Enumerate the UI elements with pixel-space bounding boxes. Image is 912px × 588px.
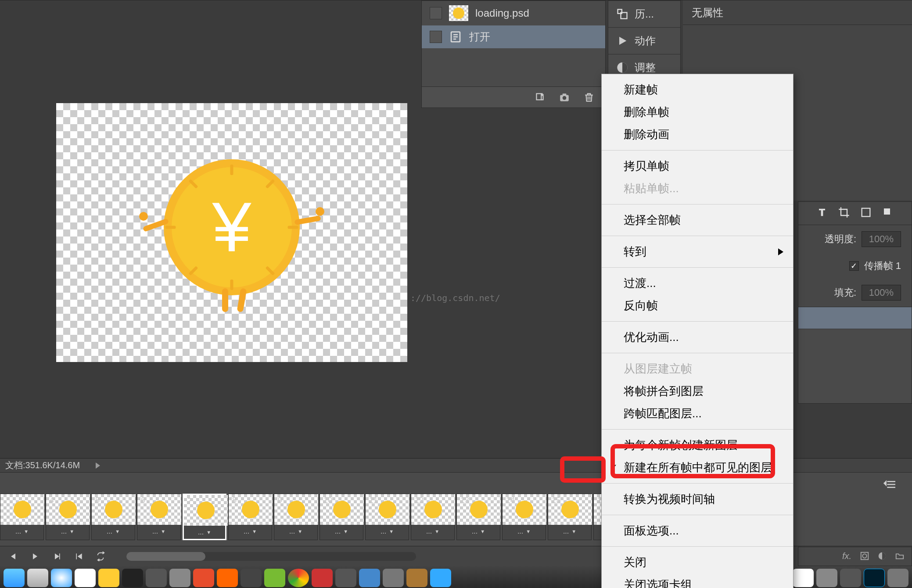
camera-icon[interactable] (559, 92, 570, 103)
frame-delay[interactable]: ...▼ (184, 526, 225, 539)
scrollbar-thumb[interactable] (126, 552, 205, 561)
checkbox[interactable] (430, 7, 442, 19)
dock-app-icon[interactable] (169, 569, 190, 587)
checkbox[interactable] (430, 31, 442, 43)
dock-settings-icon[interactable] (816, 569, 837, 587)
frame-delay[interactable]: ...▼ (503, 525, 546, 538)
opacity-input[interactable]: 100% (862, 231, 901, 247)
frame-delay[interactable]: ...▼ (137, 525, 180, 538)
dock-app-icon[interactable] (840, 569, 861, 587)
timeline-frame[interactable]: 10...▼ (320, 494, 363, 540)
ctx-convert-timeline[interactable]: 转换为视频时间轴 (602, 488, 793, 510)
document-row-open[interactable]: 打开 (422, 25, 605, 48)
status-arrow-icon[interactable] (96, 463, 100, 469)
frame-delay[interactable]: ...▼ (274, 525, 317, 538)
dock-photoshop-icon[interactable] (864, 569, 885, 587)
propagate-checkbox[interactable] (849, 261, 859, 271)
dock-app-icon[interactable] (406, 569, 427, 587)
dock-app-icon[interactable] (217, 569, 238, 587)
frame-delay[interactable]: ...▼ (46, 525, 89, 538)
dock-app-icon[interactable] (146, 569, 167, 587)
timeline-frame[interactable]: 7...▼ (183, 494, 226, 540)
layer-list (798, 307, 912, 403)
rewind-button[interactable] (74, 551, 84, 562)
square-tab-icon[interactable] (882, 206, 896, 220)
ctx-new-frame[interactable]: 新建帧 (602, 79, 793, 101)
ctx-copy-frame[interactable]: 拷贝单帧 (602, 155, 793, 177)
frame-delay[interactable]: ...▼ (320, 525, 363, 538)
actions-panel-button[interactable]: 动作 (608, 28, 681, 54)
frame-delay[interactable]: ...▼ (229, 525, 272, 538)
frame-delay[interactable]: ...▼ (0, 525, 43, 538)
dock-chrome-icon[interactable] (288, 569, 309, 587)
properties-title: 无属性 (692, 6, 723, 20)
history-panel-button[interactable]: 历... (608, 0, 681, 28)
mask-icon[interactable] (860, 551, 870, 562)
timeline-scrollbar[interactable] (126, 552, 416, 561)
dock-calendar-icon[interactable] (75, 569, 96, 587)
fill-input[interactable]: 100% (862, 285, 901, 301)
folder-icon[interactable] (895, 551, 905, 562)
play-button[interactable] (30, 551, 40, 562)
dock-launchpad-icon[interactable] (27, 569, 48, 587)
rect-tab-icon[interactable] (860, 206, 874, 220)
dock-app-icon[interactable] (383, 569, 404, 587)
dock-app-icon[interactable] (335, 569, 356, 587)
frame-delay[interactable]: ...▼ (366, 525, 409, 538)
ctx-delete-frame[interactable]: 删除单帧 (602, 101, 793, 123)
adjust-layer-icon[interactable] (877, 551, 888, 562)
timeline-frame[interactable]: 14...▼ (502, 494, 546, 540)
timeline-frame[interactable]: 6...▼ (137, 494, 181, 540)
timeline-menu-button[interactable] (882, 477, 898, 492)
dock-app-icon[interactable] (887, 569, 908, 587)
ctx-flatten[interactable]: 将帧拼合到图层 (602, 380, 793, 402)
frame-delay[interactable]: ...▼ (411, 525, 454, 538)
dock-safari-icon[interactable] (51, 569, 72, 587)
ctx-panel-options[interactable]: 面板选项... (602, 520, 793, 542)
layer-item[interactable] (798, 307, 912, 329)
dock-app-icon[interactable] (264, 569, 285, 587)
dock-terminal-icon[interactable] (122, 569, 143, 587)
dock-app-icon[interactable] (193, 569, 214, 587)
dock-app-icon[interactable] (430, 569, 451, 587)
ctx-close[interactable]: 关闭 (602, 551, 793, 574)
type-tab-icon[interactable] (816, 206, 830, 220)
frame-delay[interactable]: ...▼ (92, 525, 135, 538)
timeline-frame[interactable]: 9...▼ (274, 494, 318, 540)
dock-app-icon[interactable] (312, 569, 333, 587)
dock-app-icon[interactable] (241, 569, 262, 587)
ctx-close-group[interactable]: 关闭选项卡组 (602, 574, 793, 588)
ctx-match-across[interactable]: 跨帧匹配图层... (602, 402, 793, 425)
propagate-label: 传播帧 1 (864, 259, 901, 272)
canvas[interactable]: ¥ (56, 103, 407, 362)
ctx-go-to[interactable]: 转到 (602, 240, 793, 263)
document-row[interactable]: loading.psd (422, 1, 605, 25)
timeline-frame[interactable]: 15...▼ (548, 494, 592, 540)
timeline-frame[interactable]: 4...▼ (46, 494, 90, 540)
dock-app-icon[interactable] (793, 569, 814, 587)
timeline-frame[interactable]: 5...▼ (91, 494, 135, 540)
next-frame-button[interactable] (52, 551, 62, 562)
crop-tab-icon[interactable] (838, 206, 852, 220)
timeline-frame[interactable]: 11...▼ (365, 494, 409, 540)
timeline-frame[interactable]: 13...▼ (456, 494, 500, 540)
fx-icon[interactable]: fx. (842, 551, 853, 562)
frame-delay[interactable]: ...▼ (548, 525, 591, 538)
ctx-delete-animation[interactable]: 删除动画 (602, 123, 793, 146)
timeline-context-menu: 新建帧 删除单帧 删除动画 拷贝单帧 粘贴单帧... 选择全部帧 转到 过渡..… (601, 74, 794, 588)
timeline-frame[interactable]: ...▼ (0, 494, 44, 540)
dock-app-icon[interactable] (359, 569, 380, 587)
frame-delay[interactable]: ...▼ (457, 525, 500, 538)
timeline-frame[interactable]: 12...▼ (411, 494, 455, 540)
prev-frame-button[interactable] (8, 551, 18, 562)
new-document-icon[interactable] (534, 92, 546, 103)
dock-notes-icon[interactable] (98, 569, 119, 587)
dock-finder-icon[interactable] (4, 569, 25, 587)
timeline-frame[interactable]: 8...▼ (228, 494, 272, 540)
ctx-tween[interactable]: 过渡... (602, 272, 793, 294)
ctx-optimize[interactable]: 优化动画... (602, 326, 793, 348)
ctx-reverse[interactable]: 反向帧 (602, 294, 793, 317)
ctx-select-all[interactable]: 选择全部帧 (602, 209, 793, 231)
trash-icon[interactable] (583, 92, 595, 103)
loop-button[interactable] (96, 551, 106, 562)
